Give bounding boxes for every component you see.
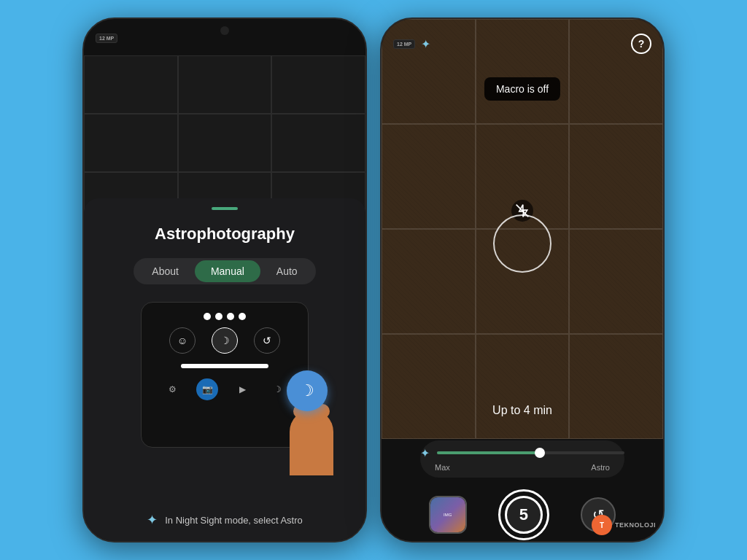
slider-star-icon: ✦: [420, 446, 430, 460]
dot-active: [204, 313, 211, 320]
mini-bottom-icons: ⚙ 📷 ▶ ☽: [161, 378, 288, 400]
finger-graphic: [290, 410, 333, 475]
grid-cell: [271, 55, 365, 114]
phone-right: 12 MP ✦ ? M: [380, 18, 665, 542]
grid-cell: [382, 229, 476, 334]
up-to-text: Up to 4 min: [382, 404, 663, 417]
tab-row: About Manual Auto: [133, 258, 315, 284]
thumbnail-image: IMG: [430, 497, 465, 532]
phone-left: 12 MP Astrophotography About: [82, 18, 367, 542]
slider-labels: Max Astro: [435, 463, 610, 472]
mini-icon-moon: ☽: [212, 327, 238, 354]
top-bar-left: 12 MP: [96, 34, 354, 43]
dots-row: [204, 313, 246, 320]
instruction-text: In Night Sight mode, select Astro: [165, 515, 303, 526]
tab-about[interactable]: About: [136, 260, 195, 282]
instruction-bar: ✦ In Night Sight mode, select Astro: [84, 512, 365, 528]
top-bar-right: 12 MP ✦ ?: [393, 34, 651, 54]
mini-slider: [181, 364, 268, 368]
main-container: 12 MP Astrophotography About: [0, 0, 747, 560]
help-button[interactable]: ?: [631, 34, 651, 54]
viewfinder-right: Macro is off Up to 4 min: [382, 19, 663, 439]
mp-badge-left: 12 MP: [96, 34, 117, 43]
help-label: ?: [638, 38, 645, 50]
watermark-logo: T: [592, 515, 612, 535]
magic-star-icon: ✦: [421, 37, 430, 51]
dot-4: [239, 313, 246, 320]
shutter-button[interactable]: 5: [498, 489, 549, 540]
top-left-icons: 12 MP ✦: [393, 37, 430, 51]
grid-cell: [569, 229, 663, 334]
slider-thumb: [535, 448, 545, 458]
grid-cell: [178, 114, 272, 172]
slider-label-astro: Astro: [591, 463, 610, 472]
watermark: T TEKNOLOJI: [592, 515, 656, 535]
grid-cell: [178, 55, 272, 114]
grid-cell: [382, 124, 476, 229]
mini-icon-rotate: ↺: [254, 327, 280, 354]
sparkle-icon: ✦: [147, 512, 158, 528]
astro-moon-icon: ☽: [300, 381, 314, 400]
slider-fill: [437, 451, 540, 454]
thumbnail-preview[interactable]: IMG: [429, 496, 467, 534]
dot-2: [215, 313, 222, 320]
grid-cell: [569, 334, 663, 439]
grid-cell: [271, 114, 365, 172]
focus-ring: [493, 214, 551, 273]
grid-cell: [84, 114, 178, 172]
sheet-title: Astrophotography: [155, 225, 295, 244]
tab-auto[interactable]: Auto: [260, 260, 314, 282]
slider-label-max: Max: [435, 463, 450, 472]
mini-camera-ui: ☺ ☽ ↺ ⚙ 📷 ▶ ☽: [141, 302, 309, 448]
bottom-sheet: Astrophotography About Manual Auto ☺ ☽: [84, 198, 365, 541]
tab-manual[interactable]: Manual: [195, 260, 260, 282]
grid-cell: [476, 334, 570, 439]
dot-3: [227, 313, 234, 320]
mini-mode-icons: ☺ ☽ ↺: [169, 327, 280, 354]
mp-badge-right: 12 MP: [393, 39, 415, 49]
macro-tooltip: Macro is off: [484, 77, 560, 101]
shutter-inner: 5: [505, 496, 543, 534]
mini-icon-face: ☺: [169, 327, 196, 354]
grid-cell: [382, 334, 476, 439]
mini-camera-icon[interactable]: 📷: [196, 378, 218, 400]
shutter-number: 5: [519, 505, 528, 524]
slider-row: ✦: [420, 446, 624, 460]
mini-video-icon[interactable]: ▶: [231, 378, 253, 400]
mini-night-icon[interactable]: ☽: [266, 378, 288, 400]
slider-track[interactable]: [437, 451, 624, 454]
grid-cell: [569, 124, 663, 229]
sheet-handle: [212, 207, 238, 210]
mini-settings-icon[interactable]: ⚙: [161, 378, 183, 400]
astro-fab-button[interactable]: ☽: [287, 370, 328, 411]
grid-cell: [84, 55, 178, 114]
watermark-text: TEKNOLOJI: [615, 521, 656, 529]
